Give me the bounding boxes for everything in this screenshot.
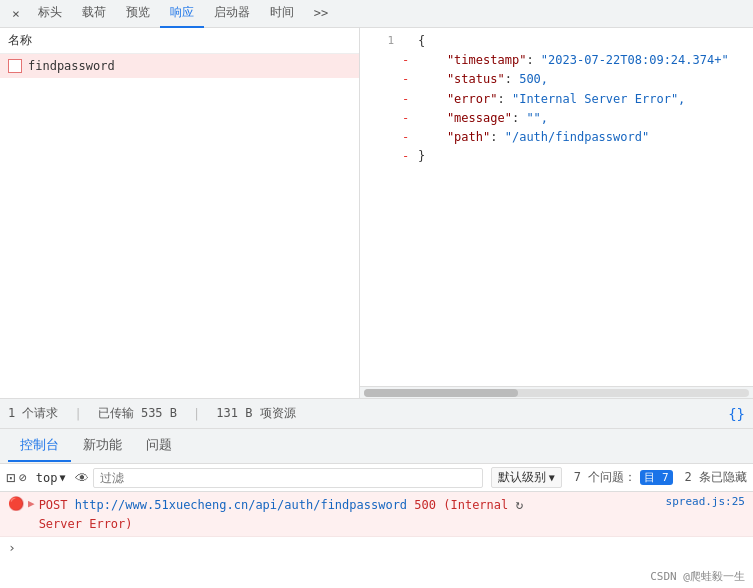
http-method: POST — [39, 498, 68, 512]
response-panel: 1 { - "timestamp" : "2023-07-22T08:09:24… — [360, 28, 753, 398]
request-item-icon — [8, 59, 22, 73]
json-format-icon[interactable]: {} — [728, 406, 745, 422]
json-colon: : — [497, 90, 511, 109]
request-item[interactable]: findpassword — [0, 54, 359, 78]
json-value-status: 500, — [519, 70, 548, 89]
json-line-error: - "error" : "Internal Server Error", — [360, 90, 753, 109]
line-indicator: - — [402, 128, 414, 147]
request-url[interactable]: http://www.51xuecheng.cn/api/auth/findpa… — [75, 498, 407, 512]
console-prompt-row: › — [0, 537, 753, 558]
tab-preview[interactable]: 预览 — [116, 0, 160, 28]
json-brace-open: { — [418, 32, 425, 51]
line-indicator: - — [402, 51, 414, 70]
line-indicator: - — [402, 147, 414, 166]
level-dropdown-arrow: ▼ — [549, 472, 555, 483]
status-code: 500 (Internal — [414, 498, 508, 512]
line-number — [364, 70, 394, 89]
json-key-error: "error" — [418, 90, 497, 109]
console-message-text: POST http://www.51xuecheng.cn/api/auth/f… — [39, 495, 662, 533]
json-line-message: - "message" : "", — [360, 109, 753, 128]
close-tab-button[interactable]: × — [4, 2, 28, 25]
tab-response[interactable]: 响应 — [160, 0, 204, 28]
line-number — [364, 51, 394, 70]
status-text-continued: Server Error) — [39, 517, 133, 531]
request-count-stat: 1 个请求 — [8, 405, 58, 422]
source-location[interactable]: spread.js:25 — [666, 495, 745, 508]
json-colon: : — [490, 128, 504, 147]
tab-timing[interactable]: 时间 — [260, 0, 304, 28]
console-tabs-bar: 控制台 新功能 问题 — [0, 428, 753, 464]
tab-issues[interactable]: 问题 — [134, 430, 184, 462]
console-messages-area: 🔴 ▶ POST http://www.51xuecheng.cn/api/au… — [0, 492, 753, 572]
console-clear-icon[interactable]: ⊡ — [6, 469, 15, 487]
json-value-error: "Internal Server Error", — [512, 90, 685, 109]
console-stop-icon[interactable]: ⊘ — [19, 470, 27, 485]
expand-triangle-icon[interactable]: ▶ — [28, 497, 35, 510]
json-brace-close: } — [418, 147, 425, 166]
network-bottom-toolbar: 1 个请求 | 已传输 535 B | 131 B 项资源 {} — [0, 398, 753, 428]
line-number: 1 — [364, 32, 394, 51]
json-line-1: 1 { — [360, 32, 753, 51]
reload-icon-inline[interactable]: ↻ — [516, 497, 524, 512]
request-item-name: findpassword — [28, 59, 115, 73]
console-error-message: 🔴 ▶ POST http://www.51xuecheng.cn/api/au… — [0, 492, 753, 537]
hidden-count: 2 条已隐藏 — [685, 469, 747, 486]
line-number — [364, 109, 394, 128]
json-line-timestamp: - "timestamp" : "2023-07-22T08:09:24.374… — [360, 51, 753, 70]
request-list-panel: 名称 findpassword — [0, 28, 360, 398]
line-indicator: - — [402, 90, 414, 109]
transferred-stat: 已传输 535 B — [98, 405, 177, 422]
json-colon: : — [505, 70, 519, 89]
tab-headers[interactable]: 标头 — [28, 0, 72, 28]
main-content-area: 名称 findpassword 1 { - "timestamp" — [0, 28, 753, 398]
line-indicator — [402, 32, 414, 51]
json-colon: : — [526, 51, 540, 70]
tab-payload[interactable]: 载荷 — [72, 0, 116, 28]
json-colon: : — [512, 109, 526, 128]
json-content-area: 1 { - "timestamp" : "2023-07-22T08:09:24… — [360, 28, 753, 386]
prompt-arrow-icon: › — [8, 540, 16, 555]
json-key-status: "status" — [418, 70, 505, 89]
json-key-message: "message" — [418, 109, 512, 128]
line-number — [364, 90, 394, 109]
request-list-header: 名称 — [0, 28, 359, 54]
context-dropdown[interactable]: top ▼ — [31, 469, 71, 487]
error-circle-icon: 🔴 — [8, 496, 24, 511]
line-number — [364, 147, 394, 166]
json-value-path: "/auth/findpassword" — [505, 128, 650, 147]
json-value-timestamp: "2023-07-22T08:09:24.374+" — [541, 51, 729, 70]
issues-badge: 7 个问题： 目 7 — [574, 469, 673, 486]
json-line-path: - "path" : "/auth/findpassword" — [360, 128, 753, 147]
resource-stat: 131 B 项资源 — [216, 405, 295, 422]
tab-console[interactable]: 控制台 — [8, 430, 71, 462]
eye-icon[interactable]: 👁 — [75, 470, 89, 486]
console-filter-input[interactable] — [93, 468, 483, 488]
issues-count[interactable]: 目 7 — [640, 470, 672, 485]
context-dropdown-arrow: ▼ — [60, 472, 66, 483]
scrollbar-thumb — [364, 389, 518, 397]
scrollbar-track — [364, 389, 749, 397]
json-value-message: "", — [526, 109, 548, 128]
horizontal-scrollbar[interactable] — [360, 386, 753, 398]
line-number — [364, 128, 394, 147]
json-line-status: - "status" : 500, — [360, 70, 753, 89]
json-key-timestamp: "timestamp" — [418, 51, 526, 70]
level-dropdown[interactable]: 默认级别 ▼ — [491, 467, 562, 488]
tab-initiator[interactable]: 启动器 — [204, 0, 260, 28]
tab-new-features[interactable]: 新功能 — [71, 430, 134, 462]
console-filter-bar: ⊡ ⊘ top ▼ 👁 默认级别 ▼ 7 个问题： 目 7 2 条已隐藏 — [0, 464, 753, 492]
line-indicator: - — [402, 70, 414, 89]
response-tabs-bar: × 标头 载荷 预览 响应 启动器 时间 >> — [0, 0, 753, 28]
watermark: CSDN @爬蛙毅一生 — [650, 569, 745, 584]
tab-more[interactable]: >> — [304, 0, 338, 28]
json-line-close: - } — [360, 147, 753, 166]
context-dropdown-label: top — [36, 471, 58, 485]
json-key-path: "path" — [418, 128, 490, 147]
issues-label: 7 个问题： — [574, 469, 636, 486]
line-indicator: - — [402, 109, 414, 128]
level-dropdown-label: 默认级别 — [498, 469, 546, 486]
